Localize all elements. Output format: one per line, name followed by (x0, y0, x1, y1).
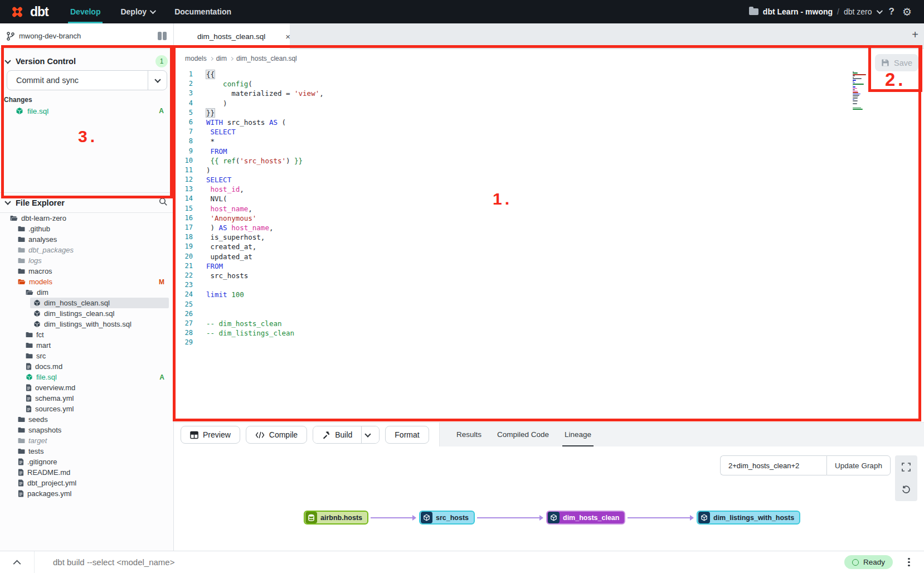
file-explorer-header[interactable]: File Explorer (0, 193, 173, 213)
code-line[interactable]: 7 SELECT (174, 127, 843, 137)
code-line[interactable]: 6WITH src_hosts AS ( (174, 118, 843, 127)
tree-item-analyses[interactable]: analyses (0, 234, 173, 245)
breadcrumb-file[interactable]: dim_hosts_clean.sql (236, 55, 297, 62)
docs-panel-icon[interactable] (158, 32, 167, 40)
tab-compiled-code[interactable]: Compiled Code (489, 423, 557, 446)
code-line[interactable]: 10 {{ ref('src_hosts') }} (174, 156, 843, 166)
code-line[interactable]: 23 (174, 280, 843, 290)
lineage-node-dim-hosts-clean[interactable]: dim_hosts_clean (546, 511, 625, 525)
editor-toolbar: Preview Compile Build Format Results Com… (174, 422, 924, 446)
tree-item-dbt-learn-zero[interactable]: dbt-learn-zero (0, 213, 173, 224)
tree-item-fct[interactable]: fct (0, 329, 173, 340)
lineage-edge (628, 517, 693, 518)
file-explorer-title: File Explorer (16, 198, 65, 207)
tree-item-readme-md[interactable]: README.md (0, 467, 173, 478)
code-line[interactable]: 28-- dim_listings_clean (174, 328, 843, 338)
code-line[interactable]: 12SELECT (174, 175, 843, 184)
format-button[interactable]: Format (385, 426, 429, 444)
collapse-panel-button[interactable] (0, 551, 35, 573)
code-line[interactable]: 29 (174, 338, 843, 347)
tree-item-dim-listings-clean-sql[interactable]: dim_listings_clean.sql (0, 308, 173, 319)
gear-icon[interactable]: ⚙ (902, 7, 912, 17)
nav-documentation[interactable]: Documentation (164, 0, 241, 23)
minimap[interactable] (853, 71, 868, 111)
compile-button[interactable]: Compile (246, 426, 307, 444)
tree-item-dbt-packages[interactable]: dbt_packages (0, 245, 173, 255)
commit-and-sync-button[interactable]: Commit and sync (7, 70, 167, 90)
kebab-menu-icon[interactable] (904, 556, 914, 568)
tree-item-src[interactable]: src (0, 351, 173, 361)
tree-item-dim-hosts-clean-sql[interactable]: dim_hosts_clean.sql (0, 298, 173, 308)
help-icon[interactable]: ? (889, 6, 894, 17)
code-line[interactable]: 9 FROM (174, 147, 843, 156)
tree-item-packages-yml[interactable]: packages.yml (0, 488, 173, 499)
nav-deploy[interactable]: Deploy (110, 0, 164, 23)
changed-file-row[interactable]: file.sql A (0, 105, 174, 117)
search-icon[interactable] (159, 197, 168, 208)
dbt-logo[interactable]: dbt (0, 3, 60, 20)
tree-item-dbt-project-yml[interactable]: dbt_project.yml (0, 478, 173, 488)
code-line[interactable]: 19 created_at, (174, 242, 843, 251)
code-line[interactable]: 13 host_id, (174, 184, 843, 194)
code-line[interactable]: 26 (174, 309, 843, 319)
code-line[interactable]: 16 'Anonymous' (174, 213, 843, 223)
tree-item-mart[interactable]: mart (0, 340, 173, 351)
breadcrumb-models[interactable]: models (185, 55, 207, 62)
code-area[interactable]: 1{{2 config(3 materialized = 'view',4 )5… (174, 70, 843, 347)
tree-item-target[interactable]: target (0, 435, 173, 446)
code-line[interactable]: 24limit 100 (174, 290, 843, 299)
code-line[interactable]: 4 ) (174, 99, 843, 108)
code-line[interactable]: 27-- dim_hosts_clean (174, 319, 843, 328)
tab-lineage[interactable]: Lineage (557, 423, 599, 446)
preview-button[interactable]: Preview (181, 426, 240, 444)
code-line[interactable]: 1{{ (174, 70, 843, 79)
lineage-node-dim-listings-with-hosts[interactable]: dim_listings_with_hosts (697, 511, 800, 525)
tree-item-dim[interactable]: dim (0, 287, 173, 298)
code-line[interactable]: 11) (174, 166, 843, 175)
tree-item-seeds[interactable]: seeds (0, 414, 173, 425)
account-menu[interactable]: dbt Learn - mwong / dbt zero (749, 7, 881, 16)
changes-label: Changes (4, 96, 32, 104)
tree-item-docs-md[interactable]: docs.md (0, 361, 173, 372)
tree-item-macros[interactable]: macros (0, 266, 173, 276)
code-line[interactable]: 2 config( (174, 79, 843, 89)
code-line[interactable]: 15 host_name, (174, 204, 843, 213)
tree-item--gitignore[interactable]: .gitignore (0, 457, 173, 467)
tree-item-overview-md[interactable]: overview.md (0, 382, 173, 393)
code-line[interactable]: 21FROM (174, 261, 843, 271)
tree-item-models[interactable]: modelsM (0, 276, 173, 287)
build-options-dropdown[interactable] (361, 426, 379, 443)
tab-dim-hosts-clean[interactable]: dim_hosts_clean.sql × (174, 23, 290, 49)
tree-item-snapshots[interactable]: snapshots (0, 425, 173, 435)
breadcrumb-dim[interactable]: dim (216, 55, 227, 62)
commit-options-dropdown[interactable] (148, 71, 167, 90)
tree-item-file-sql[interactable]: file.sqlA (0, 372, 173, 382)
code-line[interactable]: 8 * (174, 137, 843, 146)
code-line[interactable]: 14 NVL( (174, 194, 843, 203)
build-button[interactable]: Build (313, 426, 361, 443)
tree-item-logs[interactable]: logs (0, 255, 173, 266)
tree-item-sources-yml[interactable]: sources.yml (0, 404, 173, 414)
code-line[interactable]: 3 materialized = 'view', (174, 89, 843, 98)
nav-develop[interactable]: Develop (60, 0, 110, 23)
dbt-logo-text: dbt (30, 4, 48, 20)
lineage-node-src-hosts[interactable]: src_hosts (419, 511, 475, 525)
code-line[interactable]: 22 src_hosts (174, 271, 843, 280)
tree-item-dim-listings-with-hosts-sql[interactable]: dim_listings_with_hosts.sql (0, 319, 173, 329)
save-button[interactable]: Save (875, 54, 918, 71)
lineage-node-airbnb-hosts[interactable]: airbnb.hosts (304, 511, 368, 525)
folder-icon (26, 353, 33, 359)
code-line[interactable]: 18 is_superhost, (174, 232, 843, 242)
version-control-header[interactable]: Version Control 1 (0, 52, 173, 70)
code-line[interactable]: 25 (174, 300, 843, 309)
tree-item-tests[interactable]: tests (0, 446, 173, 457)
command-input[interactable] (35, 557, 844, 567)
tab-results[interactable]: Results (449, 423, 489, 446)
tree-item--github[interactable]: .github (0, 224, 173, 234)
close-icon[interactable]: × (285, 32, 290, 41)
code-line[interactable]: 5}} (174, 108, 843, 118)
code-line[interactable]: 20 updated_at (174, 252, 843, 261)
tree-item-schema-yml[interactable]: schema.yml (0, 393, 173, 404)
new-tab-button[interactable]: + (912, 28, 918, 41)
code-line[interactable]: 17 ) AS host_name, (174, 223, 843, 232)
